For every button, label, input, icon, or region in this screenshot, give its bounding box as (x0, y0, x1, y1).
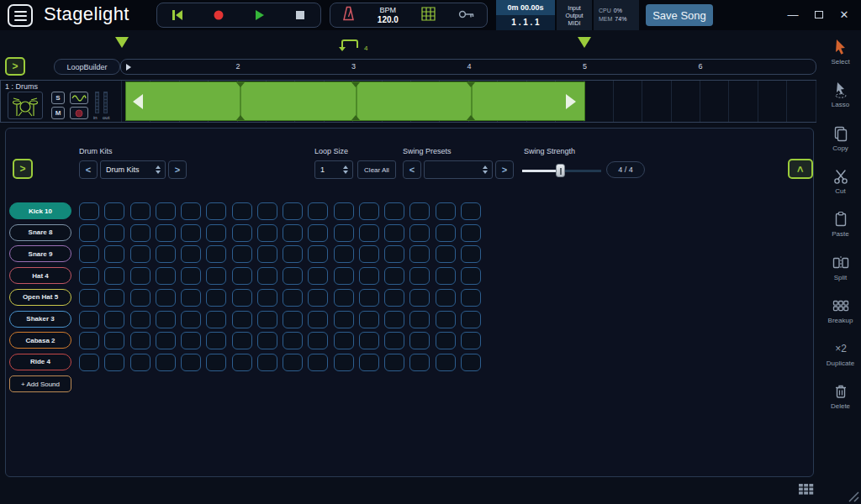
step-ride-4-13[interactable] (384, 354, 404, 371)
step-ride-4-12[interactable] (359, 354, 379, 371)
step-open-hat-5-9[interactable] (283, 289, 303, 307)
loopbuilder-button[interactable]: LoopBuilder (54, 59, 120, 75)
step-shaker-3-13[interactable] (384, 311, 404, 328)
step-shaker-3-16[interactable] (461, 311, 481, 328)
step-snare-8-7[interactable] (232, 224, 252, 242)
step-ride-4-4[interactable] (156, 354, 176, 371)
step-shaker-3-6[interactable] (206, 311, 226, 328)
skip-to-start-button[interactable] (161, 4, 194, 26)
step-snare-8-12[interactable] (359, 224, 379, 242)
step-shaker-3-7[interactable] (232, 311, 252, 328)
step-open-hat-5-10[interactable] (308, 289, 328, 307)
step-snare-8-9[interactable] (283, 224, 303, 242)
resize-handle-icon[interactable] (846, 489, 859, 504)
step-open-hat-5-11[interactable] (334, 289, 354, 307)
step-snare-8-16[interactable] (461, 224, 481, 242)
step-cabasa-2-5[interactable] (181, 332, 201, 349)
drum-row-kick-10[interactable]: Kick 10 (9, 202, 71, 219)
loop-size-select[interactable]: 1 (314, 160, 353, 179)
step-open-hat-5-13[interactable] (384, 289, 404, 307)
swing-preset-next-button[interactable]: > (495, 160, 514, 179)
drum-row-hat-4[interactable]: Hat 4 (9, 267, 71, 284)
step-kick-10-9[interactable] (283, 202, 303, 220)
step-snare-9-2[interactable] (104, 245, 124, 263)
step-shaker-3-8[interactable] (257, 311, 277, 328)
loop-end-marker[interactable] (578, 37, 591, 48)
drum-loop-clip[interactable] (125, 81, 585, 121)
drum-kit-next-button[interactable]: > (168, 160, 187, 179)
step-ride-4-8[interactable] (257, 354, 277, 371)
step-kick-10-13[interactable] (384, 202, 404, 220)
step-open-hat-5-4[interactable] (156, 289, 176, 307)
step-kick-10-8[interactable] (257, 202, 277, 220)
maximize-button[interactable] (811, 6, 827, 23)
step-snare-9-4[interactable] (156, 245, 176, 263)
step-hat-4-8[interactable] (257, 267, 277, 285)
step-snare-9-6[interactable] (206, 245, 226, 263)
mute-button[interactable]: M (51, 107, 65, 119)
step-snare-8-6[interactable] (206, 224, 226, 242)
step-snare-8-8[interactable] (257, 224, 277, 242)
loop-region-icon[interactable] (338, 38, 363, 55)
step-ride-4-7[interactable] (232, 354, 252, 371)
step-kick-10-10[interactable] (308, 202, 328, 220)
step-kick-10-12[interactable] (359, 202, 379, 220)
step-kick-10-6[interactable] (206, 202, 226, 220)
time-display[interactable]: 0m 00.00s 1 . 1 . 1 (496, 0, 555, 30)
drum-kits-select[interactable]: Drum Kits (100, 160, 166, 179)
step-ride-4-14[interactable] (409, 354, 430, 371)
step-open-hat-5-3[interactable] (130, 289, 151, 307)
tool-duplicate[interactable]: ×2Duplicate (820, 340, 861, 367)
step-snare-9-13[interactable] (384, 245, 404, 263)
key-icon[interactable] (458, 8, 475, 23)
step-hat-4-16[interactable] (461, 267, 481, 285)
step-snare-9-3[interactable] (130, 245, 151, 263)
step-shaker-3-3[interactable] (130, 311, 151, 328)
step-ride-4-11[interactable] (334, 354, 354, 371)
step-cabasa-2-3[interactable] (130, 332, 151, 349)
drum-kit-prev-button[interactable]: < (79, 160, 98, 179)
hamburger-menu-button[interactable] (8, 4, 33, 27)
step-ride-4-1[interactable] (79, 354, 99, 371)
tool-delete[interactable]: Delete (820, 383, 861, 410)
clear-all-button[interactable]: Clear All (357, 160, 396, 179)
step-open-hat-5-12[interactable] (359, 289, 379, 307)
step-kick-10-5[interactable] (181, 202, 201, 220)
bpm-display[interactable]: BPM 120.0 (378, 6, 399, 24)
step-shaker-3-10[interactable] (308, 311, 328, 328)
tool-select[interactable]: Select (820, 39, 861, 66)
close-button[interactable]: ✕ (836, 6, 853, 23)
step-cabasa-2-6[interactable] (206, 332, 226, 349)
step-open-hat-5-15[interactable] (436, 289, 456, 307)
step-hat-4-14[interactable] (409, 267, 430, 285)
step-cabasa-2-16[interactable] (461, 332, 481, 349)
step-snare-9-12[interactable] (359, 245, 379, 263)
step-shaker-3-11[interactable] (334, 311, 354, 328)
step-snare-8-2[interactable] (104, 224, 124, 242)
step-snare-9-7[interactable] (232, 245, 252, 263)
step-hat-4-5[interactable] (181, 267, 201, 285)
drum-row-shaker-3[interactable]: Shaker 3 (9, 311, 71, 328)
step-open-hat-5-1[interactable] (79, 289, 99, 307)
step-cabasa-2-7[interactable] (232, 332, 252, 349)
step-ride-4-16[interactable] (461, 354, 481, 371)
save-song-button[interactable]: Save Song (646, 4, 713, 26)
step-snare-9-11[interactable] (334, 245, 354, 263)
step-hat-4-6[interactable] (206, 267, 226, 285)
step-snare-8-13[interactable] (384, 224, 404, 242)
swing-strength-slider[interactable] (522, 164, 601, 177)
step-snare-9-9[interactable] (283, 245, 303, 263)
track-lane[interactable] (121, 81, 816, 122)
step-hat-4-3[interactable] (130, 267, 151, 285)
swing-preset-prev-button[interactable]: < (403, 160, 421, 179)
step-snare-9-16[interactable] (461, 245, 481, 263)
minimize-button[interactable]: — (784, 6, 801, 23)
step-kick-10-16[interactable] (461, 202, 481, 220)
step-open-hat-5-7[interactable] (232, 289, 252, 307)
step-snare-8-1[interactable] (79, 224, 99, 242)
step-hat-4-10[interactable] (308, 267, 328, 285)
step-cabasa-2-4[interactable] (156, 332, 176, 349)
step-open-hat-5-16[interactable] (461, 289, 481, 307)
step-kick-10-14[interactable] (409, 202, 430, 220)
step-snare-8-14[interactable] (409, 224, 430, 242)
